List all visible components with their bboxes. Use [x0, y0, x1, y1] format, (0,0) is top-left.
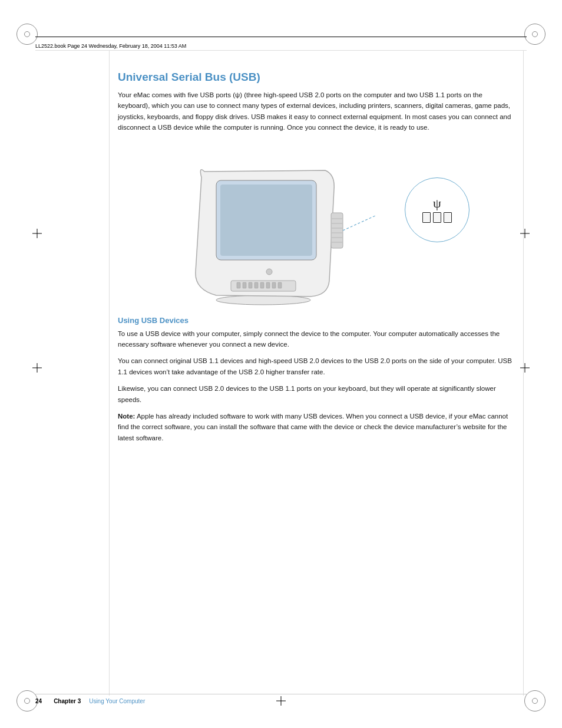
usb-port-2 [433, 212, 441, 223]
note-paragraph: Note: Apple has already included softwar… [118, 411, 515, 443]
right-margin-line [523, 50, 524, 696]
reg-circle-bottom-right [524, 690, 546, 711]
para3: Likewise, you can connect USB 2.0 device… [118, 383, 515, 405]
para2: You can connect original USB 1.1 devices… [118, 355, 515, 377]
chapter-label: Chapter 3 Using Your Computer [54, 698, 145, 704]
illustration-container: ψ [118, 145, 515, 304]
reg-circle-inner [532, 31, 538, 37]
svg-rect-7 [249, 282, 252, 288]
svg-rect-12 [278, 282, 282, 288]
metadata-bar: LL2522.book Page 24 Wednesday, February … [35, 37, 527, 50]
svg-rect-6 [243, 282, 246, 288]
page-number: 24 [35, 698, 42, 704]
usb-symbol: ψ [433, 197, 441, 210]
left-margin-line [109, 50, 110, 696]
reg-circle-inner [532, 698, 538, 704]
reg-circle-inner [24, 31, 30, 37]
chapter-title: Using Your Computer [89, 698, 145, 704]
para1: To use a USB device with your computer, … [118, 328, 515, 350]
svg-rect-10 [266, 282, 270, 288]
cross-mark-left-mid [32, 229, 42, 238]
svg-rect-8 [254, 282, 258, 288]
footer: 24 Chapter 3 Using Your Computer [35, 694, 527, 704]
svg-rect-9 [260, 282, 264, 288]
svg-rect-2 [220, 185, 312, 256]
usb-ports-callout: ψ [405, 177, 470, 242]
cross-mark-right-lower [520, 363, 530, 373]
emac-illustration: ψ [146, 148, 487, 301]
subsection-title: Using USB Devices [118, 316, 515, 325]
svg-rect-5 [237, 282, 240, 288]
svg-rect-13 [331, 213, 343, 248]
usb-port-3 [444, 212, 452, 223]
chapter-label-bold: Chapter 3 [54, 698, 81, 704]
cross-mark-right-mid [520, 229, 530, 238]
intro-paragraph: Your eMac comes with five USB ports (ψ) … [118, 90, 515, 133]
section-title: Universal Serial Bus (USB) [118, 71, 515, 84]
page: LL2522.book Page 24 Wednesday, February … [0, 0, 562, 728]
note-label: Note: [118, 413, 135, 420]
metadata-text: LL2522.book Page 24 Wednesday, February … [35, 43, 186, 49]
svg-point-3 [266, 269, 272, 275]
emac-svg [146, 154, 399, 307]
reg-circle-top-left [16, 24, 38, 45]
reg-circle-top-right [524, 24, 546, 45]
usb-ports-diagram [422, 212, 452, 223]
reg-circle-bottom-left [16, 690, 38, 711]
usb-port-1 [422, 212, 431, 223]
reg-circle-inner [24, 698, 30, 704]
content-area: Universal Serial Bus (USB) Your eMac com… [118, 59, 515, 657]
svg-rect-11 [272, 282, 276, 288]
svg-line-20 [343, 216, 375, 230]
note-text: Apple has already included software to w… [118, 413, 508, 442]
cross-mark-left-lower [32, 363, 42, 373]
